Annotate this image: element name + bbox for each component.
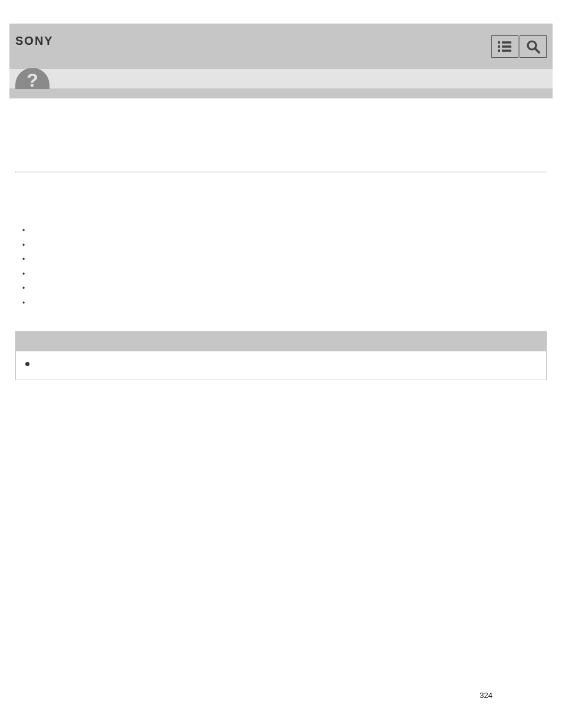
search-icon bbox=[526, 39, 540, 54]
header-bar: SONY bbox=[9, 24, 553, 69]
svg-point-4 bbox=[498, 50, 500, 52]
page-number: 324 bbox=[480, 691, 492, 700]
svg-point-2 bbox=[498, 45, 500, 48]
sub-header-bar: ? bbox=[9, 69, 553, 88]
question-mark-icon: ? bbox=[27, 71, 38, 89]
list-item bbox=[22, 241, 547, 255]
note-body bbox=[16, 351, 546, 380]
header-buttons bbox=[491, 35, 547, 58]
menu-button[interactable] bbox=[491, 35, 518, 58]
list-item bbox=[22, 269, 547, 284]
svg-line-7 bbox=[535, 48, 539, 52]
bullet-list bbox=[15, 226, 547, 312]
list-item bbox=[22, 226, 547, 241]
svg-rect-1 bbox=[502, 41, 511, 44]
list-item bbox=[22, 298, 547, 313]
help-icon: ? bbox=[15, 68, 49, 89]
sony-logo: SONY bbox=[15, 34, 54, 48]
svg-point-0 bbox=[498, 41, 500, 44]
note-item bbox=[25, 360, 537, 369]
search-button[interactable] bbox=[520, 35, 547, 58]
list-item bbox=[22, 255, 547, 269]
list-icon bbox=[497, 41, 513, 52]
note-box bbox=[15, 331, 547, 380]
svg-rect-5 bbox=[502, 50, 511, 52]
note-header bbox=[16, 332, 546, 351]
gray-strip bbox=[9, 88, 553, 98]
content-area bbox=[9, 98, 553, 380]
svg-rect-3 bbox=[502, 45, 511, 48]
list-item bbox=[22, 284, 547, 298]
